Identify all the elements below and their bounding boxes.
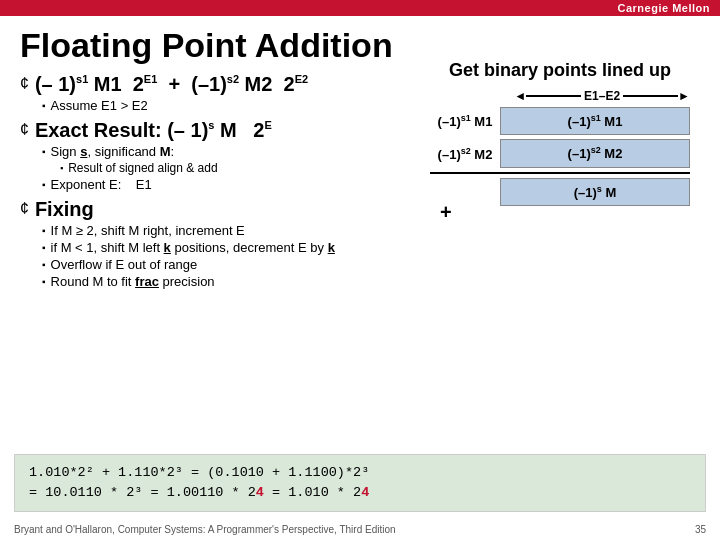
code-line2: = 10.0110 * 2³ = 1.00110 * 24 = 1.010 * … [29, 483, 691, 503]
bullet1-symbol: ¢ [20, 75, 29, 93]
arrow-line [526, 95, 581, 97]
diag-label1: (–1)s1 M1 [430, 113, 500, 129]
code-highlight2: 4 [361, 485, 369, 500]
brand-label: Carnegie Mellon [618, 2, 710, 14]
diagram-area: Get binary points lined up ◄ E1–E2 ► (–1… [420, 60, 700, 206]
diag-row2: (–1)s2 M2 (–1)s2 M2 [430, 139, 690, 167]
sub-bullet-overflow: Overflow if E out of range [42, 257, 700, 272]
get-binary-label: Get binary points lined up [420, 60, 700, 81]
footer-credit: Bryant and O'Hallaron, Computer Systems:… [14, 524, 396, 535]
bullet2-symbol: ¢ [20, 121, 29, 139]
result-box: (–1)s M [500, 178, 690, 206]
diag-label2: (–1)s2 M2 [430, 145, 500, 161]
sub-bullet-if-m-ge2: If M ≥ 2, shift M right, increment E [42, 223, 700, 238]
diag-box2: (–1)s2 M2 [500, 139, 690, 167]
e1e2-label: E1–E2 [584, 89, 620, 103]
code-highlight: 4 [256, 485, 264, 500]
bullet3-subs: If M ≥ 2, shift M right, increment E if … [42, 223, 700, 289]
diagram-inner: ◄ E1–E2 ► (–1)s1 M1 (–1)s1 M1 + (–1)s2 M… [430, 89, 690, 206]
e1e2-row: ◄ E1–E2 ► [430, 89, 690, 103]
result-row: (–1)s M [430, 178, 690, 206]
bullet3-symbol: ¢ [20, 200, 29, 218]
diag-line [430, 172, 690, 174]
diag-row1: (–1)s1 M1 (–1)s1 M1 [430, 107, 690, 135]
plus-symbol: + [440, 201, 452, 224]
diag-box1: (–1)s1 M1 [500, 107, 690, 135]
bullet3-text: Fixing [35, 198, 94, 221]
left-arrow-icon: ◄ [514, 89, 526, 103]
code-line1: 1.010*2² + 1.110*2³ = (0.1010 + 1.1100)*… [29, 463, 691, 483]
bullet3-section: ¢ Fixing If M ≥ 2, shift M right, increm… [20, 198, 700, 289]
right-arrow-icon: ► [678, 89, 690, 103]
arrow-line2 [623, 95, 678, 97]
bullet1-text: (– 1)s1 M1 2E1 + (–1)s2 M2 2E2 [35, 73, 308, 96]
topbar: Carnegie Mellon [0, 0, 720, 16]
bullet2-text: Exact Result: (– 1)s M 2E [35, 119, 272, 142]
footer-page: 35 [695, 524, 706, 535]
footer: Bryant and O'Hallaron, Computer Systems:… [14, 524, 706, 535]
sub-bullet-if-m-lt1: if M < 1, shift M left k positions, decr… [42, 240, 700, 255]
sub-bullet-round: Round M to fit frac precision [42, 274, 700, 289]
code-block: 1.010*2² + 1.110*2³ = (0.1010 + 1.1100)*… [14, 454, 706, 513]
